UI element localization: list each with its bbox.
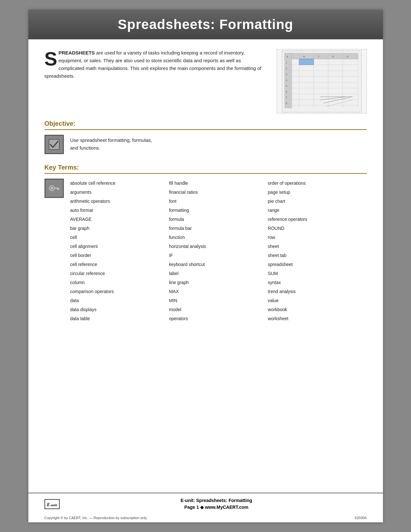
term-item: formula	[169, 215, 268, 224]
term-item: trend analysis	[268, 287, 367, 296]
objective-title: Objective:	[44, 120, 367, 127]
page-footer: E-unit E-unit: Spreadsheets: Formatting …	[28, 493, 383, 515]
term-item: order of operations	[268, 179, 367, 188]
objective-text: Use spreadsheet formatting, formulas, an…	[70, 135, 152, 152]
term-item: MAX	[169, 287, 268, 296]
term-item: bar graph	[70, 224, 169, 233]
term-item: cell alignment	[70, 242, 169, 251]
term-item: model	[169, 305, 268, 314]
term-item: IF	[169, 251, 268, 260]
term-item: worksheet	[268, 314, 367, 323]
term-item: AVERAGE	[70, 215, 169, 224]
term-item: row	[268, 233, 367, 242]
svg-text:6: 6	[286, 91, 287, 93]
term-item: fill handle	[169, 179, 268, 188]
key-terms-title: Key Terms:	[44, 164, 367, 171]
term-item: sheet tab	[268, 251, 367, 260]
term-item: spreadsheet	[268, 260, 367, 269]
term-item: arithmetic operators	[70, 197, 169, 206]
term-item: arguments	[70, 188, 169, 197]
term-item: operators	[169, 314, 268, 323]
term-item: range	[268, 206, 367, 215]
intro-smallcaps: PREADSHEETS	[59, 50, 95, 55]
svg-text:8: 8	[286, 102, 287, 104]
term-item: auto format	[70, 206, 169, 215]
term-item: comparison operators	[70, 287, 169, 296]
term-item: data table	[70, 314, 169, 323]
key-icon	[44, 179, 64, 198]
intro-text: S PREADSHEETS are used for a variety of …	[44, 49, 267, 113]
svg-text:E: E	[347, 55, 348, 58]
term-item: pie chart	[268, 197, 367, 206]
footer-center: E-unit: Spreadsheets: Formatting Page 1 …	[66, 497, 367, 511]
term-item: label	[169, 269, 268, 278]
svg-text:4: 4	[286, 79, 287, 81]
term-item: absolute cell reference	[70, 179, 169, 188]
svg-rect-0	[282, 51, 361, 112]
svg-text:2: 2	[286, 67, 287, 70]
term-item: formula bar	[169, 224, 268, 233]
svg-text:7: 7	[286, 96, 287, 99]
drop-cap: S	[44, 52, 57, 66]
checkmark-svg	[48, 139, 60, 150]
objective-line2: and functions.	[70, 145, 100, 151]
copyright-bar: Copyright © by CAERT, Inc. — Reproductio…	[28, 515, 383, 522]
key-terms-row: absolute cell referenceargumentsarithmet…	[44, 179, 367, 323]
key-svg	[48, 184, 60, 193]
term-item: circular reference	[70, 269, 169, 278]
term-item: data	[70, 296, 169, 305]
footer-line2: Page 1 ◆ www.MyCAERT.com	[66, 504, 367, 511]
term-item: keyboard shortcut	[169, 260, 268, 269]
objective-divider	[44, 129, 367, 130]
page-header: Spreadsheets: Formatting	[28, 10, 383, 39]
svg-text:D: D	[332, 55, 334, 58]
page-title: Spreadsheets: Formatting	[38, 17, 373, 32]
svg-point-37	[51, 187, 53, 189]
term-item: value	[268, 296, 367, 305]
objective-row: Use spreadsheet formatting, formulas, an…	[44, 135, 367, 154]
footer-code: 620304	[355, 516, 367, 520]
footer-logo: E-unit	[44, 499, 60, 509]
page-content: S PREADSHEETS are used for a variety of …	[28, 39, 383, 493]
footer-logo-text: E-unit	[44, 499, 60, 509]
term-item: ROUND	[268, 224, 367, 233]
term-item: financial ratios	[169, 188, 268, 197]
term-item: column	[70, 278, 169, 287]
page: Spreadsheets: Formatting S PREADSHEETS a…	[28, 10, 383, 522]
term-item: font	[169, 197, 268, 206]
svg-text:1: 1	[286, 62, 287, 64]
intro-section: S PREADSHEETS are used for a variety of …	[44, 49, 367, 113]
key-terms-section: Key Terms: absolute cell referenceargume…	[44, 164, 367, 323]
objective-section: Objective: Use spreadsheet formatting, f…	[44, 120, 367, 154]
svg-text:3: 3	[286, 73, 287, 75]
copyright-text: Copyright © by CAERT, Inc. — Reproductio…	[44, 516, 148, 520]
term-item: line graph	[169, 278, 268, 287]
term-item: syntax	[268, 278, 367, 287]
term-item: cell	[70, 233, 169, 242]
term-item: cell border	[70, 251, 169, 260]
svg-text:C: C	[318, 55, 319, 58]
term-item: reference operators	[268, 215, 367, 224]
term-item: page setup	[268, 188, 367, 197]
svg-rect-40	[58, 189, 59, 190]
spreadsheet-svg: A B C D E 1 2 3 4 5 6 7 8	[281, 50, 362, 113]
svg-rect-38	[54, 188, 59, 189]
terms-grid: absolute cell referenceargumentsarithmet…	[70, 179, 367, 323]
svg-rect-39	[57, 189, 58, 190]
svg-text:B: B	[303, 55, 305, 58]
footer-line1: E-unit: Spreadsheets: Formatting	[66, 497, 367, 504]
key-terms-divider	[44, 173, 367, 174]
term-item: horizontal analysis	[169, 242, 268, 251]
svg-rect-17	[299, 59, 314, 65]
svg-text:A: A	[287, 55, 288, 58]
spreadsheet-image: A B C D E 1 2 3 4 5 6 7 8	[277, 49, 367, 113]
term-item: SUM	[268, 269, 367, 278]
term-item: formatting	[169, 206, 268, 215]
checkbox-icon	[44, 135, 64, 154]
term-item: data displays	[70, 305, 169, 314]
term-item: function	[169, 233, 268, 242]
objective-line1: Use spreadsheet formatting, formulas,	[70, 137, 152, 143]
term-item: sheet	[268, 242, 367, 251]
term-item: cell reference	[70, 260, 169, 269]
term-item: workbook	[268, 305, 367, 314]
